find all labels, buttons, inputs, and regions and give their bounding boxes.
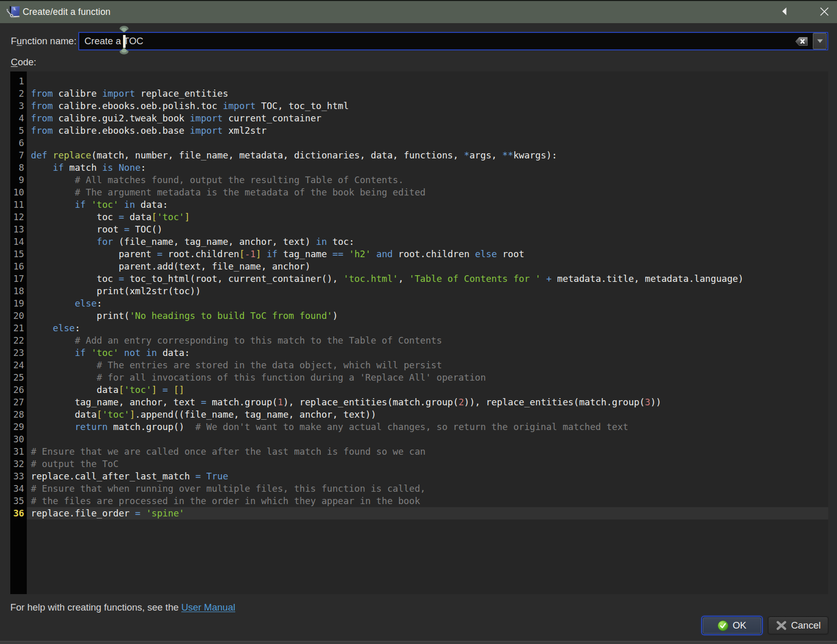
- line-number: 10: [10, 186, 27, 199]
- code-text: parent.add(text, file_name, anchor): [27, 260, 828, 273]
- code-text: if match is None:: [27, 162, 828, 174]
- line-number: 20: [10, 310, 27, 322]
- code-line: 27 tag_name, anchor, text = match.group(…: [10, 396, 828, 408]
- code-text: # Ensure that when running over multiple…: [27, 482, 828, 495]
- code-text: print('No headings to build ToC from fou…: [27, 310, 828, 322]
- line-number: 13: [10, 223, 27, 236]
- line-number: 15: [10, 248, 27, 260]
- line-number: 19: [10, 297, 27, 310]
- code-line: 11 if 'toc' in data:: [10, 199, 828, 211]
- close-button[interactable]: [816, 4, 832, 21]
- code-line: 2from calibre import replace_entities: [10, 87, 828, 100]
- code-text: from calibre.gui2.tweak_book import curr…: [27, 112, 828, 124]
- line-number: 18: [10, 285, 27, 297]
- function-name-value[interactable]: Create a TOC: [84, 33, 143, 49]
- line-number: 6: [10, 137, 27, 149]
- code-line: 16 parent.add(text, file_name, anchor): [10, 260, 828, 273]
- line-number: 21: [10, 322, 27, 334]
- line-number: 9: [10, 174, 27, 186]
- code-text: from calibre.ebooks.oeb.polish.toc impor…: [27, 100, 828, 112]
- selection-handle-top-icon[interactable]: [119, 26, 129, 33]
- line-number: 8: [10, 162, 27, 174]
- code-line: 7def replace(match, number, file_name, m…: [10, 149, 828, 162]
- line-number: 7: [10, 149, 27, 162]
- line-number: 23: [10, 347, 27, 359]
- code-line: 20 print('No headings to build ToC from …: [10, 310, 828, 322]
- code-text: else:: [27, 297, 828, 310]
- code-text: # The argument metadata is the metadata …: [27, 186, 828, 199]
- line-number: 14: [10, 236, 27, 248]
- code-text: # Ensure that we are called once after t…: [27, 445, 828, 458]
- code-text: tag_name, anchor, text = match.group(1),…: [27, 396, 828, 408]
- line-number: 36: [10, 507, 27, 520]
- user-manual-link[interactable]: User Manual: [181, 602, 235, 613]
- ok-button[interactable]: OK: [702, 617, 762, 634]
- code-line: 36replace.file_order = 'spine': [10, 507, 828, 520]
- code-line: 4from calibre.gui2.tweak_book import cur…: [10, 112, 828, 124]
- ok-button-label: OK: [733, 620, 746, 631]
- code-line: 24 # The entries are stored in the data …: [10, 359, 828, 371]
- line-number: 16: [10, 260, 27, 273]
- code-line: 15 parent = root.children[-1] if tag_nam…: [10, 248, 828, 260]
- cancel-button-label: Cancel: [791, 620, 821, 631]
- gray-x-icon: [776, 620, 787, 631]
- code-line: 31# Ensure that we are called once after…: [10, 445, 828, 458]
- line-number: 26: [10, 384, 27, 396]
- code-text: return match.group() # We don't want to …: [27, 421, 828, 433]
- code-text: # Add an entry corresponding to this mat…: [27, 334, 828, 347]
- selection-handle-bottom-icon[interactable]: [119, 47, 129, 55]
- code-line: 10 # The argument metadata is the metada…: [10, 186, 828, 199]
- function-book-wrench-icon: [7, 4, 21, 20]
- code-text: [27, 433, 828, 445]
- line-number: 2: [10, 87, 27, 100]
- code-line: 25 # for all invocations of this functio…: [10, 371, 828, 384]
- clear-text-icon[interactable]: [795, 37, 808, 46]
- code-text: data['toc'] = []: [27, 384, 828, 396]
- line-number: 25: [10, 371, 27, 384]
- line-number: 3: [10, 100, 27, 112]
- green-check-icon: [718, 620, 728, 631]
- function-name-combobox[interactable]: Create a TOC: [78, 32, 828, 50]
- code-line: 12 toc = data['toc']: [10, 211, 828, 223]
- code-text: for (file_name, tag_name, anchor, text) …: [27, 236, 828, 248]
- code-text: from calibre.ebooks.oeb.base import xml2…: [27, 124, 828, 137]
- code-text: print(xml2str(toc)): [27, 285, 828, 297]
- line-number: 29: [10, 421, 27, 433]
- line-number: 11: [10, 199, 27, 211]
- line-number: 31: [10, 445, 27, 458]
- line-number: 22: [10, 334, 27, 347]
- code-text: # The entries are stored in the data obj…: [27, 359, 828, 371]
- code-text: root = TOC(): [27, 223, 828, 236]
- code-line: 33replace.call_after_last_match = True: [10, 470, 828, 482]
- code-line: 28 data['toc'].append((file_name, tag_na…: [10, 408, 828, 421]
- cancel-button[interactable]: Cancel: [768, 617, 828, 634]
- dropdown-arrow-icon[interactable]: [813, 33, 827, 49]
- titlebar: Create/edit a function: [0, 0, 837, 23]
- line-number: 27: [10, 396, 27, 408]
- code-text: replace.call_after_last_match = True: [27, 470, 828, 482]
- function-name-label: Function name:: [11, 32, 77, 50]
- code-editor[interactable]: 12from calibre import replace_entities3f…: [10, 71, 828, 594]
- code-text: if 'toc' not in data:: [27, 347, 828, 359]
- code-line: 35# the files are processed in the order…: [10, 495, 828, 507]
- code-text: data['toc'].append((file_name, tag_name,…: [27, 408, 828, 421]
- code-text: parent = root.children[-1] if tag_name =…: [27, 248, 828, 260]
- line-number: 17: [10, 273, 27, 285]
- code-line: 23 if 'toc' not in data:: [10, 347, 828, 359]
- code-line: 21 else:: [10, 322, 828, 334]
- code-text: if 'toc' in data:: [27, 199, 828, 211]
- code-line: 6: [10, 137, 828, 149]
- close-x-icon: [820, 7, 829, 18]
- code-line: 22 # Add an entry corresponding to this …: [10, 334, 828, 347]
- code-line: 1: [10, 75, 828, 87]
- line-number: 4: [10, 112, 27, 124]
- code-lines: 12from calibre import replace_entities3f…: [10, 75, 828, 520]
- code-line: 29 return match.group() # We don't want …: [10, 421, 828, 433]
- code-line: 34# Ensure that when running over multip…: [10, 482, 828, 495]
- line-number: 30: [10, 433, 27, 445]
- line-number: 28: [10, 408, 27, 421]
- window-title: Create/edit a function: [23, 1, 111, 23]
- code-text: [27, 137, 828, 149]
- back-button[interactable]: [776, 4, 792, 21]
- code-text: replace.file_order = 'spine': [27, 507, 828, 520]
